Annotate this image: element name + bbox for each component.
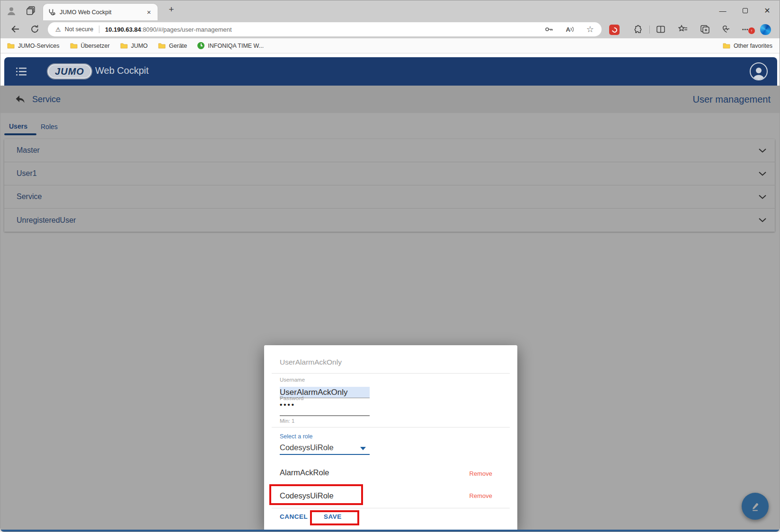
address-separator xyxy=(99,26,99,33)
assigned-role-alarmackrole: AlarmAckRole xyxy=(280,468,329,477)
url-host: 10.190.63.84 xyxy=(105,26,141,33)
toolbar-separator xyxy=(649,26,650,34)
folder-icon xyxy=(70,43,78,49)
workspaces-icon[interactable] xyxy=(27,6,36,15)
folder-icon xyxy=(120,43,128,49)
tab-title: JUMO Web Cockpit xyxy=(60,9,145,16)
copilot-icon[interactable] xyxy=(760,24,771,35)
notification-badge: ↑ xyxy=(748,27,755,34)
bookmarks-bar: JUMO-Services Übersetzer JUMO Geräte INF… xyxy=(0,38,780,53)
window-close-button[interactable]: ✕ xyxy=(756,0,778,20)
favorite-star-icon[interactable]: ☆ xyxy=(586,25,594,34)
password-underline xyxy=(280,415,370,416)
menu-list-icon[interactable] xyxy=(16,68,27,76)
password-hint: Min: 1 xyxy=(280,418,294,424)
url-path: :8090/#/pages/user-management xyxy=(141,26,232,33)
clock-icon xyxy=(197,42,204,49)
web-page: JUMO Web Cockpit Service User management… xyxy=(0,53,780,530)
user-avatar-icon[interactable] xyxy=(750,62,768,80)
folder-icon xyxy=(723,43,730,49)
browser-window: JUMO Web Cockpit × + — ✕ ⚠ Not secure 10… xyxy=(0,0,780,532)
browser-tab[interactable]: JUMO Web Cockpit × xyxy=(43,4,158,20)
new-tab-button[interactable]: + xyxy=(165,4,177,15)
address-bar[interactable]: ⚠ Not secure 10.190.63.84 :8090/#/pages/… xyxy=(48,22,602,36)
adblock-extension-icon[interactable] xyxy=(609,25,620,35)
settings-more-icon[interactable]: ••• ↑ xyxy=(742,25,754,33)
divider xyxy=(272,508,510,508)
dialog-title: UserAlarmAckOnly xyxy=(280,358,342,366)
role-select-dropdown[interactable]: CodesysUiRole xyxy=(280,443,370,452)
password-input[interactable]: •••• xyxy=(280,401,351,409)
other-favorites[interactable]: Other favorites xyxy=(723,43,772,49)
app-header: JUMO Web Cockpit xyxy=(4,57,777,86)
bookmark-uebersetzer[interactable]: Übersetzer xyxy=(70,43,110,49)
not-secure-warning-icon: ⚠ xyxy=(55,26,61,33)
role-select-underline xyxy=(280,454,370,455)
browser-profile-icon[interactable] xyxy=(6,5,17,17)
folder-icon xyxy=(158,43,166,49)
back-icon[interactable] xyxy=(11,25,20,34)
jumo-logo: JUMO xyxy=(47,63,92,79)
annotation-box-save xyxy=(310,510,359,525)
bookmark-jumo[interactable]: JUMO xyxy=(120,43,148,49)
tab-actions-icon[interactable] xyxy=(700,25,710,34)
split-screen-icon[interactable] xyxy=(656,25,665,34)
window-maximize-button[interactable] xyxy=(734,0,756,20)
collections-icon[interactable] xyxy=(678,25,688,34)
password-key-icon[interactable] xyxy=(545,25,553,34)
cancel-button[interactable]: CANCEL xyxy=(280,513,308,520)
bookmark-infoniqa[interactable]: INFONIQA TIME W... xyxy=(197,42,264,49)
browser-titlebar: JUMO Web Cockpit × + — ✕ xyxy=(0,0,780,20)
bookmark-geraete[interactable]: Geräte xyxy=(158,43,187,49)
refresh-icon[interactable] xyxy=(30,25,39,34)
favicon-stethoscope-icon xyxy=(48,9,55,16)
extensions-puzzle-icon[interactable] xyxy=(633,25,643,35)
remove-role-link[interactable]: Remove xyxy=(470,470,492,477)
browser-toolbar: ⚠ Not secure 10.190.63.84 :8090/#/pages/… xyxy=(0,20,780,38)
tab-close-icon[interactable]: × xyxy=(145,8,153,16)
security-status[interactable]: Not secure xyxy=(65,26,93,33)
bookmark-jumo-services[interactable]: JUMO-Services xyxy=(7,43,60,49)
role-select-label: Select a role xyxy=(280,433,312,440)
dropdown-caret-icon[interactable] xyxy=(360,447,366,450)
read-aloud-icon[interactable]: A xyxy=(566,26,574,33)
divider xyxy=(272,427,510,427)
window-minimize-button[interactable]: — xyxy=(712,0,734,20)
username-label: Username xyxy=(280,377,305,383)
divider xyxy=(272,373,510,374)
browser-essentials-icon[interactable] xyxy=(722,25,732,34)
product-name: Web Cockpit xyxy=(95,65,149,76)
folder-icon xyxy=(7,43,15,49)
remove-role-link[interactable]: Remove xyxy=(470,492,492,499)
annotation-box-codesysuirole xyxy=(269,484,363,505)
